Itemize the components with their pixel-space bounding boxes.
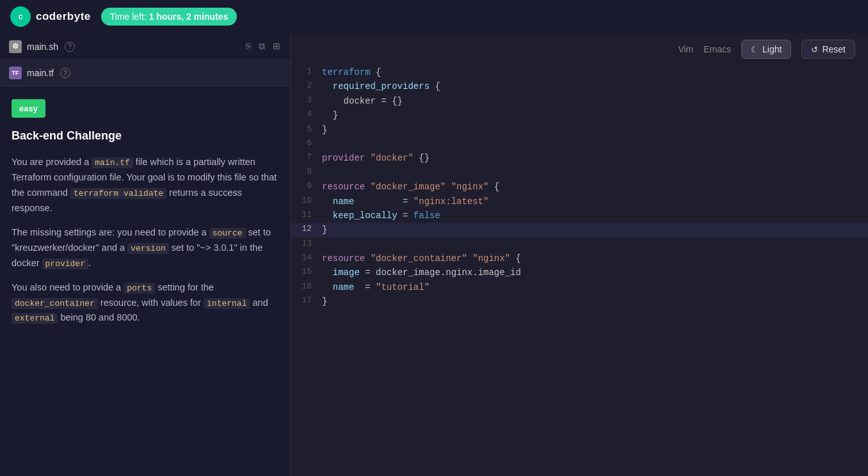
code-line: 4 } — [291, 108, 868, 122]
code-provider: provider — [42, 258, 88, 269]
description-panel: easy Back-end Challenge You are provided… — [0, 86, 291, 476]
code-line: 17} — [291, 294, 868, 308]
code-lines: 1terraform {2 required_providers {3 dock… — [291, 65, 868, 309]
line-content[interactable]: resource "docker_image" "nginx" { — [322, 180, 868, 194]
line-content[interactable]: required_providers { — [322, 79, 868, 93]
main-layout: ⚙ main.sh ? ⎘ ⧉ ⊞ TF main.tf ? easy Back… — [0, 33, 868, 476]
reset-icon: ↺ — [811, 45, 818, 54]
line-number: 12 — [291, 223, 322, 237]
line-content[interactable]: provider "docker" {} — [322, 151, 868, 165]
code-version: version — [127, 243, 169, 254]
line-number: 7 — [291, 151, 322, 165]
line-content[interactable]: terraform { — [322, 65, 868, 79]
line-content[interactable]: name = "nginx:latest" — [322, 194, 868, 209]
line-content[interactable] — [322, 237, 868, 251]
line-number: 10 — [291, 194, 322, 209]
line-content[interactable] — [322, 137, 868, 151]
code-main-tf: main.tf — [92, 157, 133, 168]
line-number: 6 — [291, 137, 322, 151]
code-line: 3 docker = {} — [291, 94, 868, 108]
reset-label: Reset — [822, 44, 846, 54]
code-line: 13 — [291, 237, 868, 251]
desc-para-1: You are provided a main.tf file which is… — [12, 155, 279, 216]
timer-badge: Time left: 1 hours, 2 minutes — [101, 8, 237, 26]
code-ports: ports — [124, 283, 155, 294]
tab-main-tf[interactable]: TF main.tf ? — [0, 60, 291, 86]
code-internal: internal — [204, 298, 250, 309]
line-content[interactable]: name = "tutorial" — [322, 280, 868, 294]
code-source: source — [209, 228, 246, 239]
logo-text: coderbyte — [36, 10, 91, 23]
tab-tf-name: main.tf — [27, 68, 54, 78]
line-number: 9 — [291, 180, 322, 194]
code-docker-container: docker_container — [12, 298, 98, 309]
line-number: 1 — [291, 65, 322, 79]
code-external: external — [12, 313, 58, 324]
line-number: 8 — [291, 166, 322, 180]
tab-sh-help[interactable]: ? — [65, 42, 75, 52]
line-content[interactable]: image = docker_image.nginx.image_id — [322, 266, 868, 280]
line-number: 13 — [291, 237, 322, 251]
line-number: 5 — [291, 123, 322, 137]
tab-copy-icon[interactable]: ⎘ — [245, 40, 252, 53]
timer-value: 1 hours, 2 minutes — [149, 12, 229, 22]
timer-prefix: Time left: — [110, 12, 149, 22]
line-content[interactable]: keep_locally = false — [322, 209, 868, 223]
code-line: 11 keep_locally = false — [291, 209, 868, 223]
light-mode-button[interactable]: ☾ Light — [741, 40, 791, 59]
tab-tf-help[interactable]: ? — [60, 68, 70, 78]
tab-main-sh[interactable]: ⚙ main.sh ? ⎘ ⧉ ⊞ — [0, 33, 291, 60]
tab-split-icon[interactable]: ⧉ — [257, 40, 266, 53]
line-content[interactable]: } — [322, 123, 868, 137]
code-line: 15 image = docker_image.nginx.image_id — [291, 266, 868, 280]
code-line: 12} — [291, 223, 868, 237]
line-number: 17 — [291, 294, 322, 308]
difficulty-badge: easy — [12, 99, 45, 118]
line-content[interactable]: } — [322, 223, 868, 237]
emacs-mode-button[interactable]: Emacs — [703, 44, 731, 54]
code-terraform-validate: terraform validate — [70, 188, 166, 199]
logo-icon: c — [10, 6, 31, 27]
file-tabs: ⚙ main.sh ? ⎘ ⧉ ⊞ TF main.tf ? — [0, 33, 291, 86]
sh-icon: ⚙ — [9, 40, 22, 53]
line-number: 11 — [291, 209, 322, 223]
code-line: 14resource "docker_container" "nginx" { — [291, 251, 868, 266]
line-number: 14 — [291, 251, 322, 266]
right-panel: Vim Emacs ☾ Light ↺ Reset 1terraform {2 … — [291, 33, 868, 476]
code-line: 5} — [291, 123, 868, 137]
code-editor[interactable]: 1terraform {2 required_providers {3 dock… — [291, 65, 868, 476]
code-line: 7provider "docker" {} — [291, 151, 868, 165]
line-number: 2 — [291, 79, 322, 93]
line-content[interactable] — [322, 166, 868, 180]
code-line: 9resource "docker_image" "nginx" { — [291, 180, 868, 194]
tab-expand-icon[interactable]: ⊞ — [271, 40, 282, 53]
challenge-title: Back-end Challenge — [12, 127, 279, 146]
desc-para-3: You also need to provide a ports setting… — [12, 280, 279, 326]
vim-mode-button[interactable]: Vim — [678, 44, 693, 54]
logo: c coderbyte — [10, 6, 91, 27]
code-line: 1terraform { — [291, 65, 868, 79]
line-content[interactable]: } — [322, 294, 868, 308]
code-line: 10 name = "nginx:latest" — [291, 194, 868, 209]
code-line: 8 — [291, 166, 868, 180]
code-line: 16 name = "tutorial" — [291, 280, 868, 294]
line-content[interactable]: docker = {} — [322, 94, 868, 108]
desc-para-2: The missing settings are: you need to pr… — [12, 225, 279, 271]
left-panel: ⚙ main.sh ? ⎘ ⧉ ⊞ TF main.tf ? easy Back… — [0, 33, 291, 476]
line-number: 4 — [291, 108, 322, 122]
tab-sh-name: main.sh — [27, 42, 58, 52]
line-content[interactable]: resource "docker_container" "nginx" { — [322, 251, 868, 266]
light-icon: ☾ — [751, 45, 759, 54]
line-content[interactable]: } — [322, 108, 868, 122]
tf-icon: TF — [9, 67, 22, 79]
editor-toolbar: Vim Emacs ☾ Light ↺ Reset — [291, 33, 868, 65]
tab-sh-action-icons: ⎘ ⧉ ⊞ — [245, 40, 282, 53]
code-line: 6 — [291, 137, 868, 151]
code-line: 2 required_providers { — [291, 79, 868, 93]
line-number: 15 — [291, 266, 322, 280]
light-label: Light — [762, 44, 782, 54]
svg-text:c: c — [19, 12, 23, 21]
reset-button[interactable]: ↺ Reset — [801, 40, 855, 59]
line-number: 3 — [291, 94, 322, 108]
line-number: 16 — [291, 280, 322, 294]
